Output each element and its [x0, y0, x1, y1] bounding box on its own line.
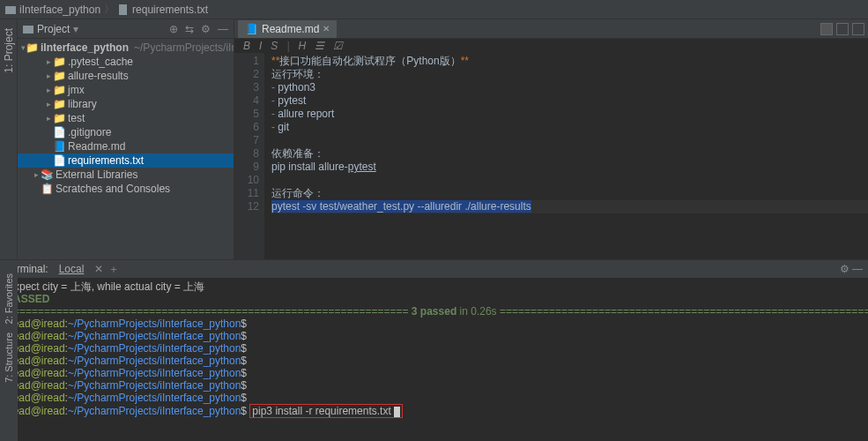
- svg-rect-0: [5, 6, 16, 14]
- tree-root[interactable]: ▾ 📁 iInterface_python ~/PycharmProjects/…: [18, 41, 234, 55]
- project-pane-title[interactable]: Project: [37, 23, 70, 35]
- left-bottom-strip: 2: Favorites 7: Structure: [0, 265, 18, 441]
- editor-view-1[interactable]: [820, 23, 833, 35]
- dropdown-arrow-icon[interactable]: ▾: [73, 23, 78, 35]
- breadcrumb-bar: iInterface_python 〉 requirements.txt: [0, 0, 868, 19]
- md-list[interactable]: ☰: [315, 40, 324, 52]
- editor-view-2[interactable]: [836, 23, 849, 35]
- tree-node[interactable]: 📘Readme.md: [18, 139, 234, 153]
- folder-icon: [5, 4, 16, 15]
- breadcrumb-file[interactable]: requirements.txt: [132, 4, 208, 16]
- project-tree: ▾ 📁 iInterface_python ~/PycharmProjects/…: [18, 39, 234, 259]
- tree-root-name: iInterface_python: [41, 41, 129, 54]
- editor-view-toggles: [820, 23, 864, 35]
- editor-tab-label: Readme.md: [262, 23, 319, 35]
- terminal-add-tab[interactable]: ＋: [108, 262, 119, 277]
- terminal-tab-local[interactable]: Local: [54, 261, 90, 277]
- tree-root-path: ~/PycharmProjects/iInterface_pyt: [134, 41, 234, 54]
- terminal-tab-close-icon[interactable]: ✕: [94, 263, 103, 275]
- project-icon: [23, 24, 33, 34]
- tree-node[interactable]: 📄.gitignore: [18, 125, 234, 139]
- breadcrumb-sep: 〉: [104, 2, 115, 17]
- line-gutter: 123456789101112: [234, 53, 264, 259]
- terminal-settings-icon[interactable]: ⚙ —: [840, 263, 863, 275]
- md-italic[interactable]: I: [259, 40, 262, 52]
- tree-node[interactable]: ▸📁library: [18, 97, 234, 111]
- breadcrumb-root[interactable]: iInterface_python: [19, 4, 100, 16]
- markdown-toolbar: B I S | H ☰ ☑: [234, 39, 868, 53]
- tree-node[interactable]: 📋Scratches and Consoles: [18, 182, 234, 196]
- hide-icon[interactable]: —: [218, 23, 228, 35]
- editor-area: 📘 Readme.md ✕ B I S | H ☰ ☑ 123456789101…: [234, 19, 868, 259]
- md-header[interactable]: H: [299, 40, 307, 52]
- project-pane-header: Project ▾ ⊕ ⇆ ⚙ —: [18, 19, 234, 39]
- terminal-output[interactable]: Expect city = 上海, while actual city = 上海…: [0, 278, 868, 441]
- md-bold[interactable]: B: [243, 40, 250, 52]
- svg-rect-2: [23, 26, 33, 34]
- tree-node[interactable]: ▸📁.pytest_cache: [18, 55, 234, 69]
- project-tool-tab[interactable]: 1: Project: [1, 25, 17, 77]
- terminal-panel: Terminal: Local ✕ ＋ ⚙ — Expect city = 上海…: [0, 259, 868, 441]
- editor-view-3[interactable]: [852, 23, 864, 35]
- structure-tool-tab[interactable]: 7: Structure: [4, 333, 14, 383]
- markdown-icon: 📘: [245, 23, 258, 35]
- favorites-tool-tab[interactable]: 2: Favorites: [4, 273, 14, 324]
- close-tab-icon[interactable]: ✕: [323, 24, 330, 34]
- terminal-header: Terminal: Local ✕ ＋ ⚙ —: [0, 260, 868, 278]
- folder-icon: 📁: [26, 41, 38, 54]
- collapse-icon[interactable]: ⊕: [169, 23, 178, 35]
- tree-node[interactable]: 📄requirements.txt: [18, 153, 234, 168]
- editor-tab-readme[interactable]: 📘 Readme.md ✕: [238, 20, 337, 38]
- tree-node[interactable]: ▸📚External Libraries: [18, 168, 234, 182]
- tree-node[interactable]: ▸📁jmx: [18, 83, 234, 97]
- expand-icon[interactable]: ⇆: [185, 23, 194, 35]
- md-strike[interactable]: S: [271, 40, 278, 52]
- left-tool-strip: 1: Project: [0, 19, 18, 259]
- editor-body[interactable]: 123456789101112 **接口功能自动化测试程序（Python版）**…: [234, 53, 868, 259]
- editor-tabs: 📘 Readme.md ✕: [234, 19, 868, 39]
- file-icon: [118, 4, 129, 15]
- tree-node[interactable]: ▸📁test: [18, 111, 234, 125]
- tree-node[interactable]: ▸📁allure-results: [18, 69, 234, 83]
- svg-rect-1: [119, 4, 127, 15]
- code-content[interactable]: **接口功能自动化测试程序（Python版）**运行环境：- python3- …: [264, 53, 868, 259]
- project-pane: Project ▾ ⊕ ⇆ ⚙ — ▾ 📁 iInterface_python …: [18, 19, 234, 259]
- settings-icon[interactable]: ⚙: [201, 23, 211, 35]
- md-check[interactable]: ☑: [333, 40, 343, 52]
